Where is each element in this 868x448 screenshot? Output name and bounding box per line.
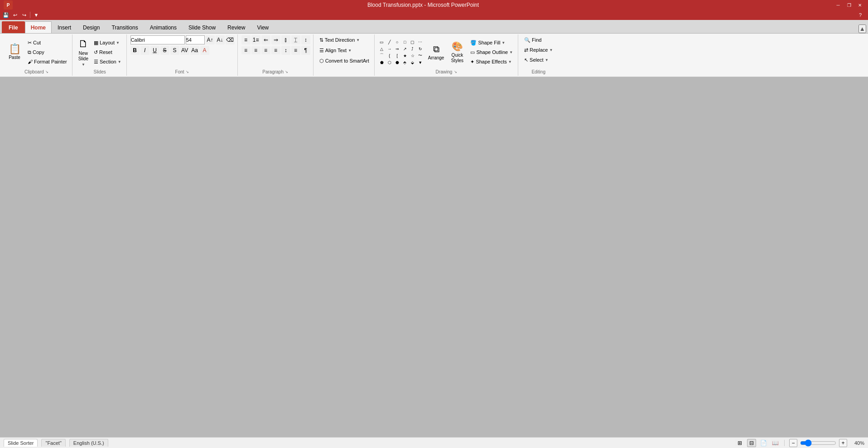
shape-more2[interactable]: ▼ (417, 59, 424, 66)
char-spacing-button[interactable]: AV (180, 46, 189, 55)
tab-insert[interactable]: Insert (52, 21, 77, 33)
align-text-button[interactable]: ☰ Align Text ▼ (317, 46, 354, 55)
shape-arrow3[interactable]: ↗ (401, 46, 409, 52)
font-size-input[interactable] (186, 35, 205, 44)
clipboard-expand-icon[interactable]: ↘ (45, 70, 49, 74)
para-indent-btn[interactable]: ¶ (301, 46, 310, 55)
shape-rect2[interactable]: □ (401, 39, 409, 45)
font-expand-icon[interactable]: ↘ (185, 70, 190, 74)
increase-font-button[interactable]: A↑ (206, 35, 215, 44)
arrange-button[interactable]: ⧉ Arrange (426, 39, 447, 66)
format-painter-button[interactable]: 🖌 Format Painter (25, 57, 69, 66)
help-button[interactable]: ? (856, 11, 864, 19)
tab-animations[interactable]: Animations (144, 21, 183, 33)
tab-slideshow[interactable]: Slide Show (183, 21, 222, 33)
replace-button[interactable]: ⇄ Replace ▼ (522, 45, 555, 54)
clear-formatting-button[interactable]: ⌫ (226, 35, 235, 44)
text-direction-button[interactable]: ⇅ Text Direction ▼ (317, 35, 362, 44)
view-sorter-button[interactable]: ⊟ (747, 439, 756, 447)
shape-wave[interactable]: 〜 (417, 53, 424, 59)
select-button[interactable]: ↖ Select ▼ (522, 55, 551, 64)
status-tab-sorter[interactable]: Slide Sorter (4, 439, 38, 447)
shape-arrow1[interactable]: → (386, 46, 393, 52)
cut-button[interactable]: ✂ Cut (25, 38, 69, 47)
ribbon-collapse-button[interactable]: ▲ (858, 24, 866, 33)
shape-bracket[interactable]: [ (394, 53, 401, 59)
find-button[interactable]: 🔍 Find (522, 35, 544, 44)
convert-smartart-button[interactable]: ⬡ Convert to SmartArt (317, 56, 371, 65)
line-spacing-button[interactable]: ↕ (301, 35, 310, 44)
shape-arrow4[interactable]: ⤴ (409, 46, 416, 52)
restore-button[interactable]: ❐ (844, 2, 854, 8)
paste-button[interactable]: 📋 Paste (5, 39, 24, 66)
shape-bang[interactable]: ☆ (409, 53, 416, 59)
justify-button[interactable]: ≡ (271, 46, 280, 54)
tab-file[interactable]: File (2, 21, 25, 33)
tab-view[interactable]: View (251, 21, 275, 33)
view-reading-button[interactable]: 📖 (771, 439, 780, 447)
qat-more-button[interactable]: ▼ (32, 11, 40, 19)
add-remove-cols-button[interactable]: ⌶ (291, 35, 300, 44)
shape-s3[interactable]: ⬣ (394, 59, 401, 66)
shape-brace[interactable]: { (386, 53, 393, 59)
tab-design[interactable]: Design (77, 21, 106, 33)
tab-home[interactable]: Home (25, 21, 52, 33)
shape-outline-button[interactable]: ▭ Shape Outline ▼ (468, 48, 515, 57)
shape-rect[interactable]: ▭ (378, 39, 386, 45)
shape-s5[interactable]: ⬙ (409, 59, 416, 66)
view-notes-button[interactable]: 📄 (759, 439, 768, 447)
shape-arrow5[interactable]: ↻ (417, 46, 424, 52)
bullets-button[interactable]: ≡ (241, 35, 251, 44)
zoom-percent[interactable]: 40% (850, 440, 864, 446)
italic-button[interactable]: I (140, 46, 149, 55)
shape-oval[interactable]: ○ (394, 39, 401, 45)
undo-qat-button[interactable]: ↩ (11, 11, 19, 19)
font-color-button[interactable]: A (200, 46, 209, 55)
tab-review[interactable]: Review (222, 21, 251, 33)
increase-indent-button[interactable]: ⇒ (271, 35, 280, 44)
shape-fill-button[interactable]: 🪣 Shape Fill ▼ (468, 38, 515, 47)
shape-effects-button[interactable]: ✦ Shape Effects ▼ (468, 57, 515, 66)
new-slide-button[interactable]: 🗋 NewSlide ▼ (76, 39, 91, 66)
new-slide-dropdown[interactable]: ▼ (82, 63, 85, 67)
decrease-indent-button[interactable]: ⇐ (261, 35, 270, 44)
layout-button[interactable]: ▦ Layout ▼ (92, 38, 124, 47)
shape-line[interactable]: ╱ (386, 39, 393, 45)
shape-s2[interactable]: ⬡ (386, 59, 393, 66)
align-left-button[interactable]: ≡ (241, 46, 251, 54)
save-qat-button[interactable]: 💾 (2, 11, 10, 19)
bold-button[interactable]: B (130, 46, 140, 55)
decrease-font-button[interactable]: A↓ (216, 35, 225, 44)
shadow-button[interactable]: S (170, 46, 179, 55)
shape-rrect[interactable]: ▢ (409, 39, 416, 45)
strikethrough-button[interactable]: S (160, 46, 169, 55)
drawing-expand-icon[interactable]: ↘ (453, 70, 458, 74)
underline-button[interactable]: U (150, 46, 159, 55)
font-name-input[interactable] (130, 35, 185, 44)
align-right-button[interactable]: ≡ (261, 46, 270, 54)
section-button[interactable]: ☰ Section ▼ (92, 57, 124, 66)
copy-button[interactable]: ⧉ Copy (25, 48, 69, 57)
shape-arrow2[interactable]: ⇒ (394, 46, 401, 52)
redo-qat-button[interactable]: ↪ (20, 11, 28, 19)
status-tab-language[interactable]: English (U.S.) (69, 439, 108, 447)
tab-transitions[interactable]: Transitions (106, 21, 144, 33)
minimize-button[interactable]: ─ (834, 2, 843, 8)
close-button[interactable]: ✕ (855, 2, 864, 8)
align-center-button[interactable]: ≡ (251, 46, 260, 54)
change-case-button[interactable]: Aa (190, 46, 199, 55)
columns-button[interactable]: ⫿ (281, 35, 290, 44)
shape-curve[interactable]: ⌒ (378, 53, 386, 59)
shape-s4[interactable]: ⬘ (401, 59, 409, 66)
zoom-slider[interactable] (800, 440, 836, 446)
zoom-in-button[interactable]: + (839, 439, 847, 447)
shape-tri[interactable]: △ (378, 46, 386, 52)
para-extra-btn[interactable]: ≡ (291, 46, 300, 55)
shape-star[interactable]: ★ (401, 53, 409, 59)
shape-s1[interactable]: ⬟ (378, 59, 386, 66)
view-normal-button[interactable]: ⊞ (735, 439, 744, 447)
para-expand-icon[interactable]: ↘ (285, 70, 289, 74)
shape-more[interactable]: ⋯ (417, 39, 424, 45)
status-tab-facet[interactable]: "Facet" (41, 439, 65, 447)
quick-styles-button[interactable]: 🎨 QuickStyles (448, 39, 466, 66)
